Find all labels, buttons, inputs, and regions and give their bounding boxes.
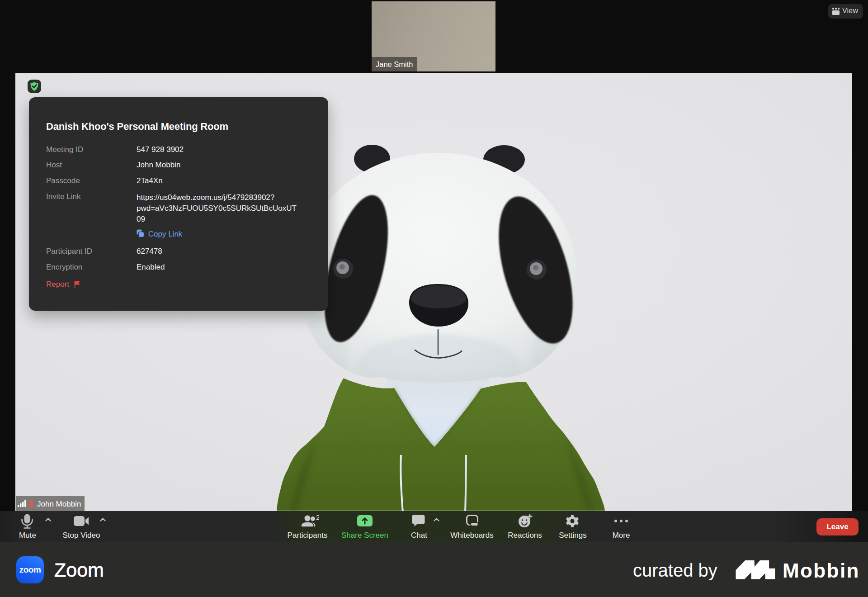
svg-text:2: 2 xyxy=(316,515,319,521)
